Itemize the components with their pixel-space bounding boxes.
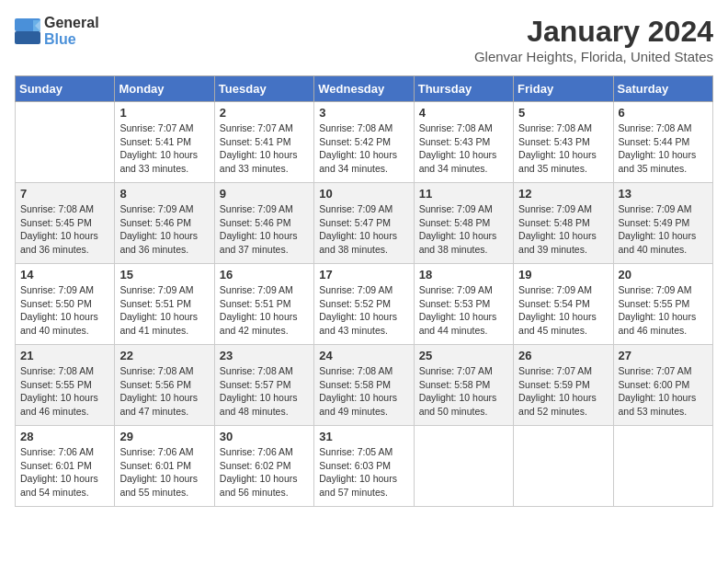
day-detail: Sunrise: 7:07 AMSunset: 6:00 PMDaylight:… xyxy=(619,364,708,419)
calendar-cell: 8 Sunrise: 7:09 AMSunset: 5:46 PMDayligh… xyxy=(115,183,214,264)
day-detail: Sunrise: 7:08 AMSunset: 5:55 PMDaylight:… xyxy=(20,364,109,419)
day-number: 12 xyxy=(518,187,608,201)
day-number: 5 xyxy=(518,106,608,120)
calendar-cell: 27 Sunrise: 7:07 AMSunset: 6:00 PMDaylig… xyxy=(613,345,712,426)
day-number: 23 xyxy=(220,349,309,362)
day-detail: Sunrise: 7:09 AMSunset: 5:51 PMDaylight:… xyxy=(220,283,309,338)
day-number: 25 xyxy=(419,349,508,362)
day-detail: Sunrise: 7:08 AMSunset: 5:56 PMDaylight:… xyxy=(119,364,209,419)
day-number: 3 xyxy=(319,106,408,120)
calendar-cell: 29 Sunrise: 7:06 AMSunset: 6:01 PMDaylig… xyxy=(115,426,214,507)
day-number: 27 xyxy=(619,349,708,362)
day-detail: Sunrise: 7:08 AMSunset: 5:45 PMDaylight:… xyxy=(20,202,109,257)
day-number: 26 xyxy=(518,349,608,362)
calendar-cell: 3 Sunrise: 7:08 AMSunset: 5:42 PMDayligh… xyxy=(314,102,414,183)
calendar-header: SundayMondayTuesdayWednesdayThursdayFrid… xyxy=(16,76,713,102)
day-detail: Sunrise: 7:07 AMSunset: 5:41 PMDaylight:… xyxy=(119,121,209,176)
weekday-header-wednesday: Wednesday xyxy=(314,76,414,102)
location-title: Glenvar Heights, Florida, United States xyxy=(474,49,713,64)
calendar-cell: 28 Sunrise: 7:06 AMSunset: 6:01 PMDaylig… xyxy=(16,426,115,507)
calendar-week-2: 14 Sunrise: 7:09 AMSunset: 5:50 PMDaylig… xyxy=(16,264,713,345)
day-number: 6 xyxy=(619,106,708,120)
calendar-cell xyxy=(414,426,513,507)
day-detail: Sunrise: 7:09 AMSunset: 5:48 PMDaylight:… xyxy=(419,202,508,257)
calendar-cell: 18 Sunrise: 7:09 AMSunset: 5:53 PMDaylig… xyxy=(414,264,513,345)
day-number: 20 xyxy=(619,268,708,282)
calendar-body: 1 Sunrise: 7:07 AMSunset: 5:41 PMDayligh… xyxy=(16,102,713,507)
calendar-cell xyxy=(613,426,712,507)
day-detail: Sunrise: 7:07 AMSunset: 5:58 PMDaylight:… xyxy=(419,364,508,419)
day-detail: Sunrise: 7:09 AMSunset: 5:47 PMDaylight:… xyxy=(319,202,408,257)
calendar-cell: 22 Sunrise: 7:08 AMSunset: 5:56 PMDaylig… xyxy=(115,345,214,426)
calendar-cell: 13 Sunrise: 7:09 AMSunset: 5:49 PMDaylig… xyxy=(613,183,712,264)
calendar-week-0: 1 Sunrise: 7:07 AMSunset: 5:41 PMDayligh… xyxy=(16,102,713,183)
day-number: 17 xyxy=(319,268,408,282)
day-number: 24 xyxy=(319,349,408,362)
day-number: 1 xyxy=(119,106,209,120)
calendar-cell: 20 Sunrise: 7:09 AMSunset: 5:55 PMDaylig… xyxy=(613,264,712,345)
calendar-cell: 4 Sunrise: 7:08 AMSunset: 5:43 PMDayligh… xyxy=(414,102,513,183)
day-number: 30 xyxy=(220,430,309,443)
weekday-header-friday: Friday xyxy=(514,76,613,102)
calendar-cell: 6 Sunrise: 7:08 AMSunset: 5:44 PMDayligh… xyxy=(613,102,712,183)
day-detail: Sunrise: 7:08 AMSunset: 5:43 PMDaylight:… xyxy=(518,121,608,176)
calendar-cell: 10 Sunrise: 7:09 AMSunset: 5:47 PMDaylig… xyxy=(314,183,414,264)
day-number: 10 xyxy=(319,187,408,201)
calendar-cell: 9 Sunrise: 7:09 AMSunset: 5:46 PMDayligh… xyxy=(214,183,313,264)
day-number: 18 xyxy=(419,268,508,282)
weekday-header-row: SundayMondayTuesdayWednesdayThursdayFrid… xyxy=(16,76,713,102)
day-detail: Sunrise: 7:08 AMSunset: 5:57 PMDaylight:… xyxy=(220,364,309,419)
day-detail: Sunrise: 7:09 AMSunset: 5:53 PMDaylight:… xyxy=(419,283,508,338)
weekday-header-sunday: Sunday xyxy=(16,76,115,102)
day-detail: Sunrise: 7:09 AMSunset: 5:55 PMDaylight:… xyxy=(619,283,708,338)
logo-icon xyxy=(15,18,40,44)
day-number: 2 xyxy=(220,106,309,120)
calendar-cell: 12 Sunrise: 7:09 AMSunset: 5:48 PMDaylig… xyxy=(514,183,613,264)
page-header: General Blue January 2024 Glenvar Height… xyxy=(15,15,713,64)
day-detail: Sunrise: 7:09 AMSunset: 5:48 PMDaylight:… xyxy=(518,202,608,257)
calendar-cell: 1 Sunrise: 7:07 AMSunset: 5:41 PMDayligh… xyxy=(115,102,214,183)
calendar-table: SundayMondayTuesdayWednesdayThursdayFrid… xyxy=(15,75,713,507)
calendar-cell: 23 Sunrise: 7:08 AMSunset: 5:57 PMDaylig… xyxy=(214,345,313,426)
day-number: 16 xyxy=(220,268,309,282)
svg-rect-1 xyxy=(15,31,40,44)
calendar-cell xyxy=(514,426,613,507)
logo: General Blue xyxy=(15,15,99,48)
day-number: 9 xyxy=(220,187,309,201)
day-detail: Sunrise: 7:06 AMSunset: 6:02 PMDaylight:… xyxy=(220,445,309,500)
day-detail: Sunrise: 7:09 AMSunset: 5:50 PMDaylight:… xyxy=(20,283,109,338)
day-number: 28 xyxy=(20,430,109,443)
day-number: 4 xyxy=(419,106,508,120)
calendar-cell: 17 Sunrise: 7:09 AMSunset: 5:52 PMDaylig… xyxy=(314,264,414,345)
day-detail: Sunrise: 7:09 AMSunset: 5:46 PMDaylight:… xyxy=(220,202,309,257)
day-number: 8 xyxy=(119,187,209,201)
calendar-cell: 21 Sunrise: 7:08 AMSunset: 5:55 PMDaylig… xyxy=(16,345,115,426)
weekday-header-monday: Monday xyxy=(115,76,214,102)
day-number: 22 xyxy=(119,349,209,362)
day-detail: Sunrise: 7:09 AMSunset: 5:46 PMDaylight:… xyxy=(119,202,209,257)
day-number: 21 xyxy=(20,349,109,362)
calendar-cell: 24 Sunrise: 7:08 AMSunset: 5:58 PMDaylig… xyxy=(314,345,414,426)
day-number: 14 xyxy=(20,268,109,282)
calendar-cell: 16 Sunrise: 7:09 AMSunset: 5:51 PMDaylig… xyxy=(214,264,313,345)
weekday-header-thursday: Thursday xyxy=(414,76,513,102)
calendar-cell: 2 Sunrise: 7:07 AMSunset: 5:41 PMDayligh… xyxy=(214,102,313,183)
weekday-header-saturday: Saturday xyxy=(613,76,712,102)
calendar-cell: 14 Sunrise: 7:09 AMSunset: 5:50 PMDaylig… xyxy=(16,264,115,345)
day-detail: Sunrise: 7:08 AMSunset: 5:43 PMDaylight:… xyxy=(419,121,508,176)
month-title: January 2024 xyxy=(474,15,713,49)
day-detail: Sunrise: 7:09 AMSunset: 5:51 PMDaylight:… xyxy=(119,283,209,338)
day-number: 7 xyxy=(20,187,109,201)
weekday-header-tuesday: Tuesday xyxy=(214,76,313,102)
day-detail: Sunrise: 7:08 AMSunset: 5:44 PMDaylight:… xyxy=(619,121,708,176)
day-detail: Sunrise: 7:08 AMSunset: 5:58 PMDaylight:… xyxy=(319,364,408,419)
calendar-cell: 30 Sunrise: 7:06 AMSunset: 6:02 PMDaylig… xyxy=(214,426,313,507)
calendar-cell: 11 Sunrise: 7:09 AMSunset: 5:48 PMDaylig… xyxy=(414,183,513,264)
day-number: 31 xyxy=(319,430,408,443)
day-detail: Sunrise: 7:08 AMSunset: 5:42 PMDaylight:… xyxy=(319,121,408,176)
calendar-cell: 7 Sunrise: 7:08 AMSunset: 5:45 PMDayligh… xyxy=(16,183,115,264)
day-detail: Sunrise: 7:06 AMSunset: 6:01 PMDaylight:… xyxy=(119,445,209,500)
day-detail: Sunrise: 7:09 AMSunset: 5:52 PMDaylight:… xyxy=(319,283,408,338)
day-detail: Sunrise: 7:09 AMSunset: 5:49 PMDaylight:… xyxy=(619,202,708,257)
calendar-week-4: 28 Sunrise: 7:06 AMSunset: 6:01 PMDaylig… xyxy=(16,426,713,507)
